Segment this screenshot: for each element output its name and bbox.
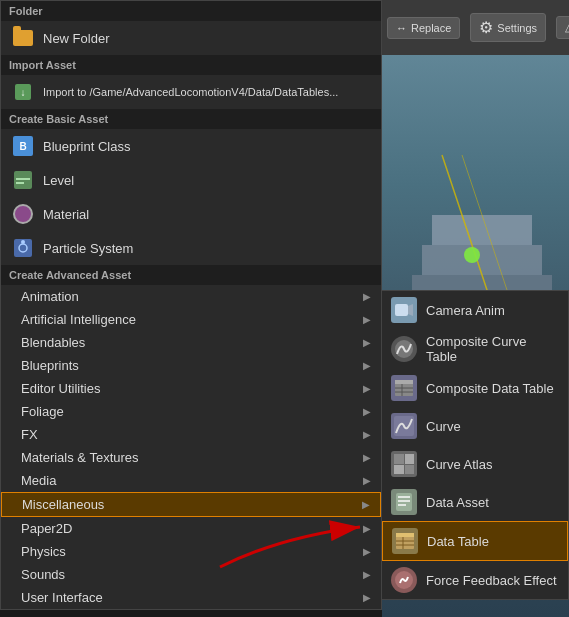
replace-button[interactable]: ↔ Replace bbox=[387, 17, 460, 39]
force-feedback-effect-item[interactable]: Force Feedback Effect bbox=[382, 561, 568, 599]
svg-rect-20 bbox=[395, 380, 413, 384]
replace-icon: ↔ bbox=[396, 22, 407, 34]
data-table-icon bbox=[391, 527, 419, 555]
svg-rect-27 bbox=[394, 465, 404, 474]
folder-icon bbox=[11, 26, 35, 50]
toolbar: ↔ Replace ⚙ Settings △ 10° ⟺ 0.25 bbox=[382, 0, 569, 55]
arrow-icon: ▶ bbox=[363, 429, 371, 440]
import-icon: ↓ bbox=[11, 80, 35, 104]
arrow-icon: ▶ bbox=[363, 360, 371, 371]
svg-rect-31 bbox=[398, 500, 410, 502]
advanced-section-header: Create Advanced Asset bbox=[1, 265, 381, 285]
artificial-intelligence-item[interactable]: Artificial Intelligence ▶ bbox=[1, 308, 381, 331]
fx-item[interactable]: FX ▶ bbox=[1, 423, 381, 446]
gear-icon: ⚙ bbox=[479, 18, 493, 37]
svg-rect-25 bbox=[394, 454, 404, 464]
svg-marker-17 bbox=[408, 304, 413, 316]
particle-icon bbox=[11, 236, 35, 260]
svg-rect-12 bbox=[16, 182, 24, 184]
svg-rect-28 bbox=[405, 465, 414, 474]
particle-system-item[interactable]: Particle System bbox=[1, 231, 381, 265]
force-feedback-icon bbox=[390, 566, 418, 594]
svg-rect-11 bbox=[16, 178, 30, 180]
physics-item[interactable]: Physics ▶ bbox=[1, 540, 381, 563]
blueprints-item[interactable]: Blueprints ▶ bbox=[1, 354, 381, 377]
context-menu: Folder New Folder Import Asset ↓ Import … bbox=[0, 0, 382, 610]
foliage-item[interactable]: Foliage ▶ bbox=[1, 400, 381, 423]
svg-rect-34 bbox=[396, 533, 414, 537]
curve-atlas-icon bbox=[390, 450, 418, 478]
camera-anim-icon bbox=[390, 296, 418, 324]
composite-curve-table-item[interactable]: Composite Curve Table bbox=[382, 329, 568, 369]
arrow-icon: ▶ bbox=[363, 337, 371, 348]
arrow-icon: ▶ bbox=[363, 452, 371, 463]
arrow-icon: ▶ bbox=[363, 569, 371, 580]
svg-text:↓: ↓ bbox=[21, 87, 26, 98]
level-icon bbox=[11, 168, 35, 192]
data-asset-item[interactable]: Data Asset bbox=[382, 483, 568, 521]
blueprint-class-item[interactable]: B Blueprint Class bbox=[1, 129, 381, 163]
angle-icon: △ bbox=[565, 21, 569, 34]
arrow-icon: ▶ bbox=[363, 406, 371, 417]
camera-anim-item[interactable]: Camera Anim bbox=[382, 291, 568, 329]
curve-icon bbox=[390, 412, 418, 440]
blueprint-icon: B bbox=[11, 134, 35, 158]
import-item[interactable]: ↓ Import to /Game/AdvancedLocomotionV4/D… bbox=[1, 75, 381, 109]
arrow-icon: ▶ bbox=[363, 546, 371, 557]
user-interface-item[interactable]: User Interface ▶ bbox=[1, 586, 381, 609]
editor-utilities-item[interactable]: Editor Utilities ▶ bbox=[1, 377, 381, 400]
svg-point-7 bbox=[464, 247, 480, 263]
svg-rect-3 bbox=[432, 215, 532, 245]
svg-rect-2 bbox=[422, 245, 542, 275]
angle-button[interactable]: △ 10° bbox=[556, 16, 569, 39]
svg-point-15 bbox=[21, 240, 25, 244]
data-asset-icon bbox=[390, 488, 418, 516]
material-item[interactable]: Material bbox=[1, 197, 381, 231]
data-table-item[interactable]: Data Table bbox=[382, 521, 568, 561]
material-icon bbox=[11, 202, 35, 226]
arrow-icon: ▶ bbox=[363, 291, 371, 302]
basic-section-header: Create Basic Asset bbox=[1, 109, 381, 129]
animation-item[interactable]: Animation ▶ bbox=[1, 285, 381, 308]
arrow-icon: ▶ bbox=[362, 499, 370, 510]
svg-rect-32 bbox=[398, 504, 406, 506]
composite-data-table-item[interactable]: Composite Data Table bbox=[382, 369, 568, 407]
composite-curve-table-icon bbox=[390, 335, 418, 363]
svg-rect-16 bbox=[395, 304, 408, 316]
materials-textures-item[interactable]: Materials & Textures ▶ bbox=[1, 446, 381, 469]
curve-item[interactable]: Curve bbox=[382, 407, 568, 445]
arrow-icon: ▶ bbox=[363, 383, 371, 394]
miscellaneous-item[interactable]: Miscellaneous ▶ bbox=[1, 492, 381, 517]
media-item[interactable]: Media ▶ bbox=[1, 469, 381, 492]
arrow-icon: ▶ bbox=[363, 523, 371, 534]
svg-rect-30 bbox=[398, 496, 410, 498]
svg-rect-26 bbox=[405, 454, 414, 464]
settings-button[interactable]: ⚙ Settings bbox=[470, 13, 546, 42]
paper2d-item[interactable]: Paper2D ▶ bbox=[1, 517, 381, 540]
miscellaneous-submenu: Camera Anim Composite Curve Table Compos… bbox=[381, 290, 569, 600]
curve-atlas-item[interactable]: Curve Atlas bbox=[382, 445, 568, 483]
arrow-icon: ▶ bbox=[363, 314, 371, 325]
blendables-item[interactable]: Blendables ▶ bbox=[1, 331, 381, 354]
sounds-item[interactable]: Sounds ▶ bbox=[1, 563, 381, 586]
import-section-header: Import Asset bbox=[1, 55, 381, 75]
new-folder-item[interactable]: New Folder bbox=[1, 21, 381, 55]
composite-data-table-icon bbox=[390, 374, 418, 402]
arrow-icon: ▶ bbox=[363, 592, 371, 603]
level-item[interactable]: Level bbox=[1, 163, 381, 197]
folder-section-header: Folder bbox=[1, 1, 381, 21]
arrow-icon: ▶ bbox=[363, 475, 371, 486]
